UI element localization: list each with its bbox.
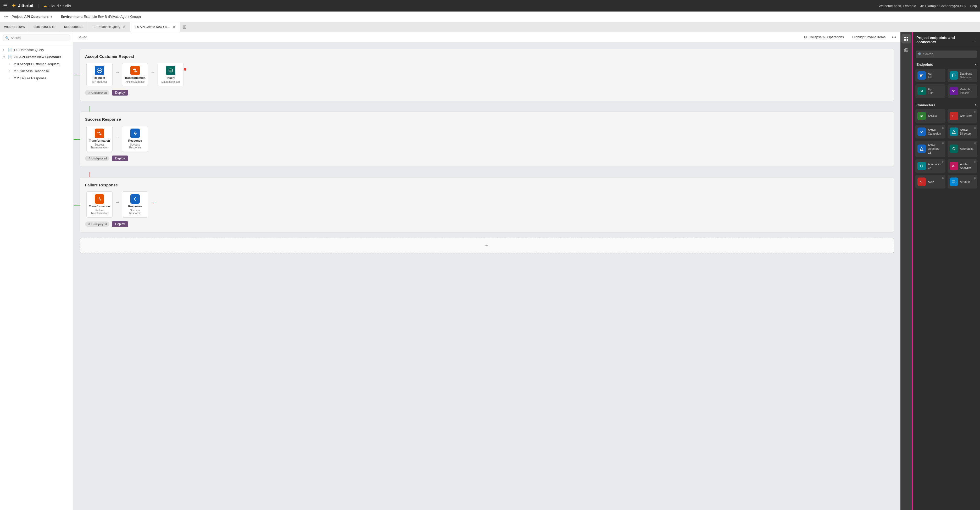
- endpoint-variable[interactable]: VariableVariable: [948, 84, 978, 98]
- connector-line-1: [80, 106, 894, 112]
- tab-db-query-close[interactable]: ✕: [123, 25, 126, 29]
- connector-active-directory-v2[interactable]: Active Directory v2 ⊞: [915, 140, 945, 157]
- tree-item-label-bold: 2.0 API Create New Customer: [14, 55, 61, 59]
- svg-rect-4: [904, 39, 906, 41]
- node-insert[interactable]: Insert Database Insert: [156, 63, 185, 86]
- chevron-icon-success: ›: [10, 70, 13, 73]
- chevron-right-icon: ›: [3, 48, 6, 51]
- adobe-analytics-icon: A: [950, 162, 958, 170]
- operation-accept: Accept Customer Request Request API Requ…: [80, 49, 894, 101]
- arrow-success: →: [114, 134, 121, 140]
- acumatica-icon: [950, 145, 958, 153]
- undeployed-badge-accept: ↺ Undeployed: [85, 90, 110, 95]
- endpoints-section-title[interactable]: Endpoints ∧: [913, 61, 980, 69]
- deploy-btn-success[interactable]: Deploy: [112, 156, 128, 161]
- operation-nodes-success: Transformation Success Transformation → …: [85, 126, 889, 152]
- tab-api-create-close[interactable]: ✕: [172, 25, 176, 29]
- env-name: Example Env B (Private Agent Group): [84, 15, 141, 19]
- node-response-failure[interactable]: Response Success Response: [121, 191, 150, 218]
- svg-point-13: [921, 165, 923, 167]
- node-transform-failure[interactable]: Transformation Failure Transformation: [85, 191, 114, 218]
- tree-item-api-create[interactable]: ∨ 📄 2.0 API Create New Customer: [0, 53, 73, 61]
- sidebar-search: 🔍: [0, 32, 73, 44]
- panel-header: Project endpoints and connectors →: [913, 32, 980, 48]
- connector-act-on[interactable]: Act-On: [915, 109, 945, 123]
- expand-icon-7: ⊞: [974, 161, 976, 163]
- connector-active-campaign[interactable]: Active Campaign ⊞: [915, 125, 945, 139]
- act-on-icon: [918, 112, 926, 120]
- tree-item-failure[interactable]: › 2.2 Failure Response: [0, 75, 73, 82]
- svg-rect-16: [952, 180, 955, 181]
- operation-success: Success Response Transformation Success …: [80, 112, 894, 167]
- active-directory-v2-icon: [918, 145, 926, 153]
- node-response-success[interactable]: Response Success Response: [121, 126, 150, 152]
- connector-active-directory[interactable]: Active Directory ⊞: [948, 125, 978, 139]
- tree-item-success[interactable]: › 2.1 Success Response: [0, 67, 73, 75]
- node-transform1[interactable]: Transformation API to Database: [121, 63, 150, 86]
- deploy-btn-accept[interactable]: Deploy: [112, 90, 128, 96]
- tab-db-query[interactable]: 1.0 Database Query ✕: [88, 22, 130, 32]
- connector-act-on-label: Act-On: [928, 114, 937, 118]
- expand-icon-3: ⊞: [974, 126, 976, 129]
- app-name: Cloud Studio: [48, 4, 71, 8]
- grid-view-icon[interactable]: [902, 34, 911, 43]
- tab-components[interactable]: COMPONENTS: [29, 22, 60, 32]
- adp-icon: A: [918, 177, 926, 186]
- node-label-response-success: Response: [128, 139, 142, 142]
- connector-acumatica-v2[interactable]: Acumatica v2 ⊞: [915, 159, 945, 173]
- sidebar-search-input[interactable]: [3, 35, 70, 41]
- deploy-btn-failure[interactable]: Deploy: [112, 221, 128, 227]
- active-directory-icon: [950, 128, 958, 136]
- operation-footer-success: ↺ Undeployed Deploy: [85, 156, 889, 161]
- node-icon-insert: [166, 66, 175, 75]
- acumatica-v2-icon: [918, 162, 926, 170]
- highlight-invalid-btn[interactable]: Highlight Invalid Items: [850, 34, 888, 40]
- tab-api-create[interactable]: 2.0 API Create New Cu... ✕: [130, 22, 180, 32]
- endpoint-database[interactable]: DatabaseDatabase: [948, 69, 978, 82]
- operation-nodes-failure: Transformation Failure Transformation → …: [85, 191, 889, 218]
- arrow-failure: →: [114, 200, 121, 205]
- panel-search-input[interactable]: [916, 51, 977, 58]
- node-transform-success[interactable]: Transformation Success Transformation: [85, 126, 114, 152]
- node-sublabel-insert: Database Insert: [162, 80, 180, 83]
- tab-add-button[interactable]: ⊞: [180, 22, 189, 32]
- node-request[interactable]: Request API Request: [85, 63, 114, 86]
- red-back-arrow: ←: [151, 200, 156, 206]
- tab-resources[interactable]: RESOURCES: [60, 22, 88, 32]
- divider-icon: |: [38, 3, 39, 9]
- operation-failure: Failure Response Transformation Failure …: [80, 177, 894, 233]
- svg-rect-18: [955, 182, 955, 182]
- connector-acumatica-v2-label: Acumatica v2: [928, 162, 943, 170]
- connectors-section-title[interactable]: Connectors ∧: [913, 101, 980, 109]
- help-link[interactable]: Help: [970, 4, 977, 8]
- operation-title-accept: Accept Customer Request: [85, 54, 889, 59]
- node-sublabel-transform-failure: Failure Transformation: [89, 209, 110, 215]
- node-icon-response-failure: [130, 194, 140, 204]
- svg-text:!: !: [952, 114, 953, 117]
- saved-label: Saved: [78, 35, 87, 39]
- dots-menu[interactable]: •••: [4, 14, 9, 19]
- endpoint-api[interactable]: ApiAPI: [915, 69, 945, 82]
- company-selector[interactable]: JB Example Company(20980): [920, 4, 966, 8]
- connector-airtable[interactable]: Airtable ⊞: [948, 175, 978, 188]
- add-operation[interactable]: +: [80, 238, 894, 253]
- globe-icon[interactable]: [902, 46, 911, 55]
- connector-adobe-analytics[interactable]: A Adobe Analytics ⊞: [948, 159, 978, 173]
- expand-icon-6: ⊞: [942, 161, 944, 163]
- tree-item-db-query[interactable]: › 📄 1.0 Database Query: [0, 46, 73, 53]
- panel-close-btn[interactable]: →: [972, 37, 976, 42]
- collapse-all-btn[interactable]: ⊟ Collapse All Operations: [802, 34, 846, 40]
- node-label-insert: Insert: [167, 76, 175, 79]
- cloud-studio-label: ☁ Cloud Studio: [43, 3, 71, 8]
- more-options-btn[interactable]: •••: [892, 35, 896, 40]
- connector-airtable-label: Airtable: [960, 180, 970, 183]
- connector-act-crm[interactable]: ! Act! CRM ⊞: [948, 109, 978, 123]
- connector-acumatica[interactable]: Acumatica ⊞: [948, 140, 978, 157]
- tab-bar: WORKFLOWS COMPONENTS RESOURCES 1.0 Datab…: [0, 22, 980, 32]
- project-dropdown[interactable]: ▾: [51, 15, 52, 19]
- tree-item-accept[interactable]: › 2.0 Accept Customer Request: [0, 61, 73, 67]
- connector-adp[interactable]: A ADP ⊞: [915, 175, 945, 188]
- hamburger-menu[interactable]: ☰: [3, 3, 7, 9]
- tab-workflows[interactable]: WORKFLOWS: [0, 22, 29, 32]
- endpoint-ftp[interactable]: FtpFTP: [915, 84, 945, 98]
